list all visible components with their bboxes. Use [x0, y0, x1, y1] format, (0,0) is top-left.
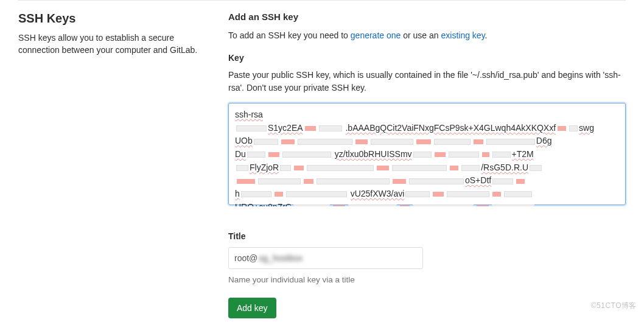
watermark: ©51CTO博客: [591, 301, 637, 311]
form-area: Add an SSH key To add an SSH key you nee…: [228, 12, 626, 322]
form-intro: To add an SSH key you need to generate o…: [228, 29, 626, 42]
ssh-key-textarea[interactable]: [228, 103, 626, 205]
sidebar-heading: SSH Keys: [18, 12, 207, 26]
key-label: Key: [228, 53, 626, 63]
form-heading: Add an SSH key: [228, 12, 626, 22]
key-help: Paste your public SSH key, which is usua…: [228, 69, 626, 94]
intro-suffix: .: [485, 30, 488, 40]
sidebar: SSH Keys SSH keys allow you to establish…: [18, 12, 207, 322]
add-key-button[interactable]: Add key: [228, 298, 276, 318]
top-divider: [18, 0, 626, 1]
intro-mid: or use an: [401, 30, 441, 40]
title-input[interactable]: [228, 247, 423, 269]
intro-prefix: To add an SSH key you need to: [228, 30, 351, 40]
existing-key-link[interactable]: existing key: [441, 30, 485, 40]
title-label: Title: [228, 231, 626, 241]
sidebar-description: SSH keys allow you to establish a secure…: [18, 32, 207, 57]
title-help: Name your individual key via a title: [228, 275, 626, 284]
generate-key-link[interactable]: generate one: [351, 30, 401, 40]
